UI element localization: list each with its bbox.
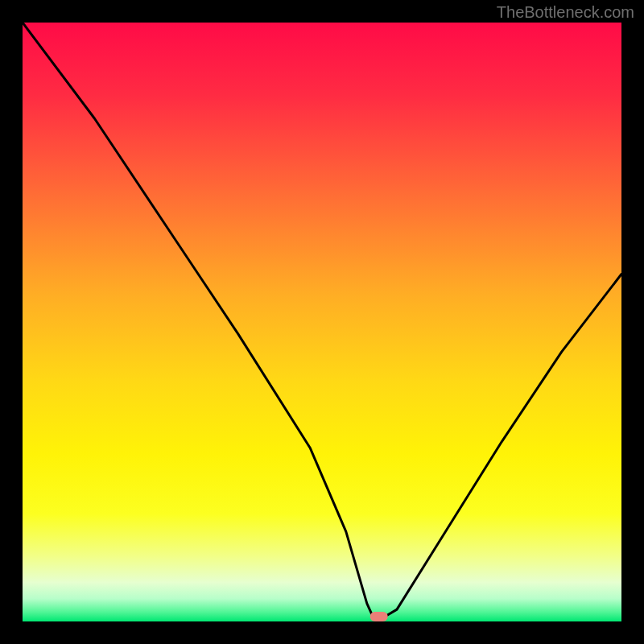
heat-gradient-background bbox=[23, 23, 621, 621]
optimal-point-marker bbox=[370, 612, 388, 621]
bottleneck-chart bbox=[23, 23, 621, 621]
chart-frame: TheBottleneck.com bbox=[0, 0, 644, 644]
attribution-text: TheBottleneck.com bbox=[497, 3, 634, 22]
